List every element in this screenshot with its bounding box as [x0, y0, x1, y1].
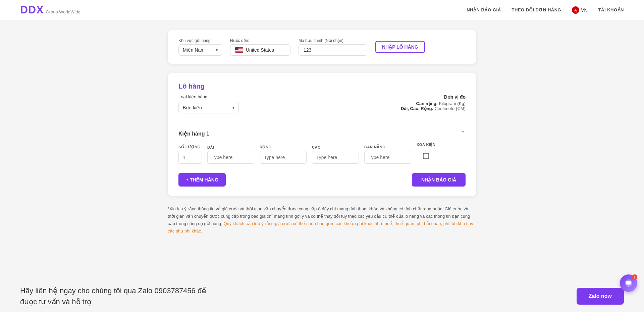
can-nang-unit-label: Cân nặng:: [416, 101, 438, 106]
nav-account[interactable]: TÀI KHOẢN: [598, 7, 624, 12]
actions-row: + THÊM HÀNG NHẬN BÁO GIÁ: [178, 173, 466, 187]
logo-sub-text: Group WorldWide: [46, 9, 80, 14]
nuoc-den-group: Nước đến: United States: [230, 38, 290, 56]
loai-kien-select[interactable]: Bưu kiện Thùng hàng: [178, 102, 239, 113]
rong-label: RỘNG: [260, 145, 307, 149]
main-content: Khu vực gửi hàng: Miền Nam Miền Bắc Miền…: [161, 20, 483, 245]
xoa-kien-label: XÓA KIỆN: [417, 143, 435, 147]
bottom-cta: Hãy liên hệ ngay cho chúng tôi qua Zalo …: [0, 265, 644, 312]
so-luong-label: SỐ LƯỢNG: [178, 145, 202, 149]
nav-quote[interactable]: NHẬN BÁO GIÁ: [467, 7, 501, 12]
ma-buu-chinh-label: Mã bưu chính (Nơi nhận):: [299, 38, 367, 43]
nhap-lo-button[interactable]: NHẬP LÔ HÀNG: [375, 41, 425, 53]
country-name-text: United States: [246, 47, 274, 53]
loai-kien-label: Loại kiện hàng:: [178, 94, 239, 99]
logo: DDX Group WorldWide: [20, 4, 80, 16]
chat-badge: 1: [632, 274, 637, 280]
can-nang-unit-value: Kilogram (Kg): [439, 101, 466, 106]
disclaimer-text1: *Xin lưu ý rằng thông tin về giá cước và…: [168, 205, 476, 235]
rong-input[interactable]: [260, 151, 307, 164]
can-nang-label: CÂN NẶNG: [364, 145, 411, 149]
svg-rect-8: [235, 52, 243, 52]
rong-field: RỘNG: [260, 145, 307, 164]
header: DDX Group WorldWide NHẬN BÁO GIÁ THEO DÕ…: [0, 0, 644, 20]
nav: NHẬN BÁO GIÁ THEO DÕI ĐƠN HÀNG VN TÀI KH…: [467, 6, 624, 14]
svg-rect-7: [235, 51, 243, 51]
ma-buu-chinh-group: Mã bưu chính (Nơi nhận):: [299, 38, 367, 56]
so-luong-input[interactable]: [178, 151, 202, 164]
nav-track[interactable]: THEO DÕI ĐƠN HÀNG: [512, 7, 561, 12]
dai-input[interactable]: [207, 151, 254, 164]
kien-hang-title: Kiện hàng 1: [178, 131, 209, 137]
don-vi-do-title: Đơn vị đo: [401, 94, 466, 100]
nuoc-den-label: Nước đến:: [230, 38, 290, 43]
items-row: SỐ LƯỢNG DÀI RỘNG CAO CÂN NẶNG XÓA KIỆN: [178, 143, 466, 164]
can-nang-input[interactable]: [364, 151, 411, 164]
khu-vuc-select[interactable]: Miền Nam Miền Bắc Miền Trung: [178, 44, 222, 56]
cao-input[interactable]: [312, 151, 359, 164]
nav-lang[interactable]: VN: [572, 6, 587, 14]
nuoc-den-selector[interactable]: United States: [230, 44, 290, 56]
khu-vuc-label: Khu vực gửi hàng:: [178, 38, 222, 43]
bottom-cta-text: Hãy liên hệ ngay cho chúng tôi qua Zalo …: [20, 285, 221, 307]
kich-thuoc-unit-label: Dài, Cao, Rộng:: [401, 106, 433, 111]
loai-kien-row: Loại kiện hàng: Bưu kiện Thùng hàng ▼ Đơ…: [178, 94, 466, 113]
loai-kien-left: Loại kiện hàng: Bưu kiện Thùng hàng ▼: [178, 94, 239, 113]
don-vi-do: Đơn vị đo Cân nặng: Kilogram (Kg) Dài, C…: [401, 94, 466, 111]
khu-vuc-select-wrapper[interactable]: Miền Nam Miền Bắc Miền Trung ▼: [178, 44, 222, 56]
xoa-kien-button[interactable]: [417, 149, 435, 164]
cao-label: CAO: [312, 145, 359, 149]
svg-rect-6: [235, 50, 243, 51]
chat-widget[interactable]: 1: [620, 274, 637, 292]
lo-hang-card: Lô hàng Loại kiện hàng: Bưu kiện Thùng h…: [168, 73, 476, 196]
cao-field: CAO: [312, 145, 359, 164]
zalo-button[interactable]: Zalo now: [577, 288, 624, 305]
loai-kien-select-wrapper[interactable]: Bưu kiện Thùng hàng ▼: [178, 102, 239, 113]
search-card: Khu vực gửi hàng: Miền Nam Miền Bắc Miền…: [168, 30, 476, 64]
svg-rect-10: [423, 153, 429, 159]
kich-thuoc-unit-value: Centimeter(CM): [435, 106, 466, 111]
xoa-kien-field: XÓA KIỆN: [417, 143, 435, 164]
ma-buu-chinh-input[interactable]: [299, 44, 367, 56]
kien-hang-header: Kiện hàng 1 ⌃: [178, 123, 466, 137]
kich-thuoc-unit-row: Dài, Cao, Rộng: Centimeter(CM): [401, 106, 466, 111]
lang-text: VN: [581, 7, 587, 13]
vn-flag: [572, 6, 579, 14]
logo-ddx-text: DDX: [20, 4, 44, 16]
lo-hang-title: Lô hàng: [178, 83, 466, 90]
khu-vuc-group: Khu vực gửi hàng: Miền Nam Miền Bắc Miền…: [178, 38, 222, 56]
them-hang-button[interactable]: + THÊM HÀNG: [178, 173, 226, 187]
svg-rect-9: [235, 47, 238, 50]
dai-label: DÀI: [207, 145, 254, 149]
can-nang-field: CÂN NẶNG: [364, 145, 411, 164]
chat-icon: [624, 279, 633, 288]
disclaimer: *Xin lưu ý rằng thông tin về giá cước và…: [168, 205, 476, 235]
can-nang-unit-row: Cân nặng: Kilogram (Kg): [401, 101, 466, 106]
nhan-bao-gia-button[interactable]: NHẬN BÁO GIÁ: [412, 173, 466, 187]
dai-field: DÀI: [207, 145, 254, 164]
collapse-button[interactable]: ⌃: [461, 130, 466, 137]
us-flag-icon: [235, 47, 243, 53]
disclaimer-text2: Quý khách cần lưu ý rằng giá cước có thể…: [168, 221, 473, 233]
so-luong-field: SỐ LƯỢNG: [178, 145, 202, 164]
